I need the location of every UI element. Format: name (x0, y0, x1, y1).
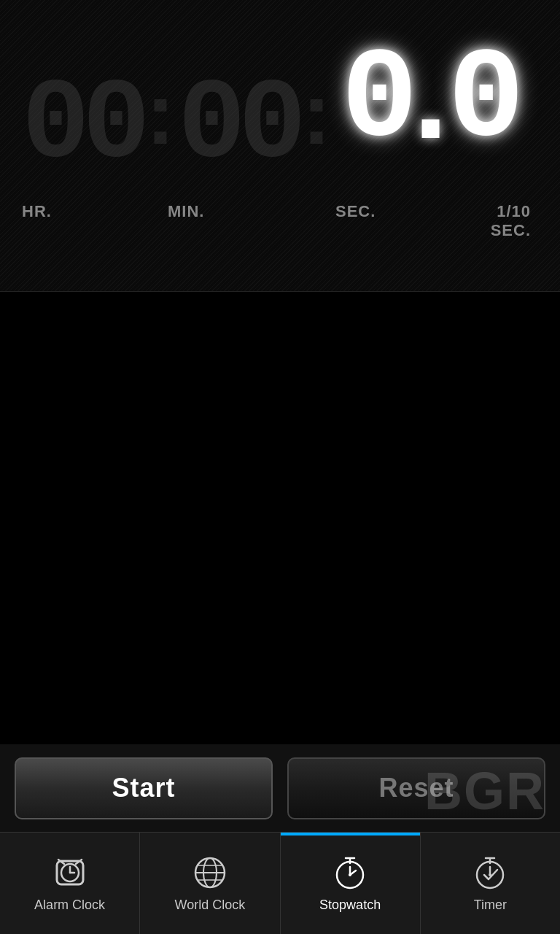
min-label: MIN. (168, 202, 335, 240)
world-clock-icon (191, 854, 229, 892)
tenths-display: 0 (448, 29, 518, 164)
stopwatch-icon (331, 854, 369, 892)
timer-icon (471, 854, 509, 892)
tab-timer-label: Timer (474, 898, 507, 913)
seconds-display: 0 (341, 29, 412, 164)
time-labels: HR. MIN. SEC. 1/10 SEC. (0, 202, 560, 240)
active-tab-indicator (281, 833, 420, 835)
alarm-clock-icon (51, 854, 89, 892)
minutes-display: 00 (178, 51, 299, 182)
stopwatch-display: 00 : 00 : 0 . 0 HR. MIN. SEC. 1/10 SEC. (0, 0, 560, 292)
colon-separator-2: : (299, 69, 334, 164)
hr-label: HR. (22, 202, 168, 240)
tab-stopwatch-label: Stopwatch (319, 898, 381, 913)
start-button[interactable]: Start (15, 757, 273, 819)
tab-stopwatch[interactable]: Stopwatch (281, 833, 421, 934)
inactive-time-display: 00 : 00 : (22, 29, 334, 182)
colon-separator-1: : (143, 69, 178, 164)
sec-label: SEC. (335, 202, 452, 240)
active-time-display: 0 . 0 (341, 29, 518, 164)
tab-bar: Alarm Clock World Clock Stopwatch (0, 832, 560, 934)
tab-world-clock-label: World Clock (175, 898, 246, 913)
tab-alarm-clock-label: Alarm Clock (34, 898, 105, 913)
tenth-sec-label: 1/10 SEC. (452, 202, 538, 240)
decimal-dot: . (412, 33, 448, 161)
tab-world-clock[interactable]: World Clock (140, 833, 280, 934)
svg-point-16 (349, 873, 351, 876)
tab-alarm-clock[interactable]: Alarm Clock (0, 833, 140, 934)
bgr-watermark: BGR (424, 761, 545, 821)
hours-display: 00 (22, 51, 143, 182)
lap-times-area: BGR (0, 292, 560, 744)
tab-timer[interactable]: Timer (421, 833, 560, 934)
